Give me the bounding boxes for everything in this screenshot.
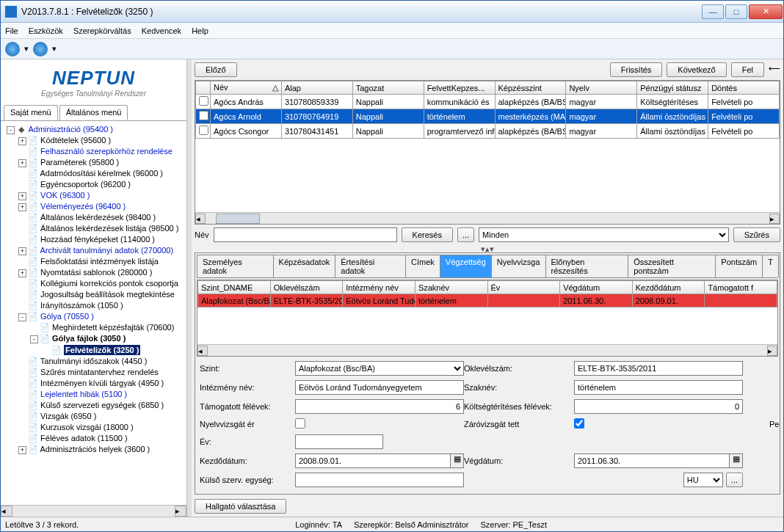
- tree-item[interactable]: 📄 Kurzusok vizsgái (18000 ): [2, 422, 185, 433]
- tree-item[interactable]: 📄 Általános lekérdezések (98400 ): [2, 212, 185, 223]
- menu-tools[interactable]: Eszközök: [29, 26, 63, 35]
- tree-item[interactable]: +📄 Véleményezés (96400 ): [2, 201, 185, 212]
- detail-tab[interactable]: Személyes adatok: [197, 255, 274, 277]
- tree-item[interactable]: 📄 Hozzáad fényképeket (114000 ): [2, 234, 185, 245]
- detail-tab[interactable]: Címek: [405, 255, 440, 277]
- up-button[interactable]: Fel: [731, 62, 764, 77]
- tree-item[interactable]: 📄 Tanulmányi időszakok (4450 ): [2, 356, 185, 367]
- left-panel: NEPTUN Egységes Tanulmányi Rendszer Sajá…: [1, 59, 187, 517]
- detail-tab[interactable]: Pontszám: [715, 255, 763, 277]
- close-button[interactable]: ✕: [749, 4, 783, 19]
- detail-tab[interactable]: Nyelvvizsga: [491, 255, 546, 277]
- tree-item[interactable]: -📄 Gólya (70550 ): [2, 311, 185, 322]
- veg-input[interactable]: [574, 453, 730, 468]
- lang-select[interactable]: HU: [683, 473, 723, 487]
- search-row: Név Keresés ... Minden Szűrés: [195, 227, 780, 242]
- search-dots-button[interactable]: ...: [457, 227, 474, 242]
- minimize-button[interactable]: —: [702, 4, 724, 19]
- tree-item[interactable]: -📄 Gólya fájlok (3050 ): [2, 333, 185, 344]
- kulso-input[interactable]: [295, 473, 464, 487]
- detail-tab[interactable]: Képzésadatok: [273, 255, 336, 277]
- zarovizsgat-checkbox[interactable]: [574, 418, 584, 429]
- oklevel-input[interactable]: [574, 361, 743, 376]
- nav-back-dropdown[interactable]: ▾: [24, 44, 29, 54]
- tree-item[interactable]: 📄 Irányítószámok (1050 ): [2, 300, 185, 311]
- next-button[interactable]: Következő: [667, 62, 726, 77]
- pin-icon[interactable]: ⟵: [769, 64, 780, 76]
- menu-help[interactable]: Help: [192, 26, 208, 35]
- nav-forward-button[interactable]: [33, 42, 48, 57]
- tab-own-menu[interactable]: Saját menü: [4, 105, 58, 120]
- nyelvvizsgat-checkbox[interactable]: [295, 418, 305, 429]
- tree-item[interactable]: 📄 Kollégiumi korrekciós pontok csoportja: [2, 278, 185, 289]
- calendar-icon[interactable]: ▦: [730, 453, 743, 468]
- detail-grid[interactable]: Szint_DNAMEOklevélszámIntézmény névSzakn…: [197, 280, 778, 357]
- search-input[interactable]: [214, 227, 397, 242]
- search-button[interactable]: Keresés: [402, 227, 453, 242]
- main-grid[interactable]: Név △AlapTagozatFelvettKepzes...Képzéssz…: [195, 80, 780, 225]
- menu-rolechange[interactable]: Szerepkörváltás: [73, 26, 131, 35]
- tree-item[interactable]: 📄 Meghirdetett képzésfajták (70600): [2, 322, 185, 333]
- tree-item[interactable]: 📄 Féléves adatok (11500 ): [2, 433, 185, 444]
- tree-item[interactable]: 📄 Felvételizők (3250 ): [2, 344, 185, 356]
- tree-item[interactable]: 📄 Felsőoktatási intézmények listája: [2, 256, 185, 267]
- szaknev-input[interactable]: [574, 380, 743, 395]
- detail-tab[interactable]: Összesített pontszám: [628, 255, 716, 277]
- refresh-button[interactable]: Frissítés: [610, 62, 663, 77]
- select-student-button[interactable]: Hallgató választása: [195, 499, 286, 514]
- tree-item[interactable]: 📄 Jogosultság beállítások megtekintése: [2, 289, 185, 300]
- tree-item[interactable]: +📄 Nyomtatási sablonok (280000 ): [2, 267, 185, 278]
- filter-button[interactable]: Szűrés: [733, 227, 780, 242]
- tree-item[interactable]: 📄 Intézményen kívüli tárgyak (4950 ): [2, 378, 185, 389]
- tree-item[interactable]: 📄 Külső szervezeti egységek (6850 ): [2, 400, 185, 411]
- koltseg-input[interactable]: [574, 399, 743, 414]
- kulso-dots-button[interactable]: ...: [726, 473, 743, 487]
- nav-back-button[interactable]: [5, 42, 20, 57]
- app-window: V2013.7.8.1 : Felvételizők (3250 ) — □ ✕…: [0, 0, 784, 532]
- tree-item[interactable]: +📄 Kódtételek (95600 ): [2, 135, 185, 146]
- prev-button[interactable]: Előző: [195, 62, 237, 77]
- status-server: Szerver: PE_Teszt: [481, 520, 547, 529]
- szint-select[interactable]: Alapfokozat (Bsc/BA): [295, 361, 464, 376]
- intezmeny-input[interactable]: [295, 380, 464, 395]
- maximize-button[interactable]: □: [725, 4, 747, 19]
- zarovizsgat-label: Záróvizsgát tett: [464, 420, 574, 429]
- detail-tab[interactable]: Végzettség: [440, 255, 492, 277]
- menu-favorites[interactable]: Kedvencek: [142, 26, 181, 35]
- tree-item[interactable]: 📄 Általános lekérdezések listája (98500 …: [2, 223, 185, 234]
- menu-file[interactable]: File: [5, 26, 18, 35]
- detail-tab[interactable]: Előnyben részesítés: [545, 255, 629, 277]
- intezmeny-label: Intézmény név:: [200, 383, 295, 392]
- detail-tab[interactable]: Értesítési adatok: [335, 255, 406, 277]
- pedagogusi-label: Pedagógusi: [743, 420, 780, 429]
- tree-item[interactable]: +📄 Paraméterek (95800 ): [2, 157, 185, 168]
- kulso-label: Külső szerv. egység:: [200, 475, 295, 484]
- tree-item[interactable]: 📄 Felhasználó szerepkörhöz rendelése: [2, 146, 185, 157]
- tree-item[interactable]: -◆ Adminisztráció (95400 ): [2, 124, 185, 135]
- tree-hscroll[interactable]: ◂▸: [1, 505, 186, 517]
- detail-tab[interactable]: T: [762, 255, 779, 277]
- tree-item[interactable]: 📄 Egyéncsoportok (96200 ): [2, 179, 185, 190]
- ev-label: Év:: [200, 437, 295, 446]
- tree-item[interactable]: 📄 Szűrés mintatantervhez rendelés: [2, 367, 185, 378]
- oklevel-label: Oklevélszám:: [464, 364, 574, 373]
- tree-item[interactable]: 📄 Vizsgák (6950 ): [2, 411, 185, 422]
- szaknev-label: Szaknév:: [464, 383, 574, 392]
- ev-input[interactable]: [295, 434, 383, 449]
- tree-item[interactable]: +📄 Archivált tanulmányi adatok (270000): [2, 245, 185, 256]
- kezdo-input[interactable]: [295, 453, 451, 468]
- tamogatott-input[interactable]: [295, 399, 464, 414]
- nav-tree[interactable]: -◆ Adminisztráció (95400 )+📄 Kódtételek …: [1, 121, 186, 505]
- filter-select[interactable]: Minden: [479, 227, 729, 242]
- calendar-icon[interactable]: ▦: [451, 453, 464, 468]
- tree-item[interactable]: 📄 Adatmódosítási kérelmek (96000 ): [2, 168, 185, 179]
- tree-item[interactable]: +📄 Adminisztrációs helyek (3600 ): [2, 444, 185, 455]
- tree-item[interactable]: +📄 VOK (96300 ): [2, 190, 185, 201]
- tree-item[interactable]: 📄 Lejelentett hibák (5100 ): [2, 389, 185, 400]
- szint-label: Szint:: [200, 364, 295, 373]
- tab-general-menu[interactable]: Általános menü: [59, 105, 128, 120]
- nav-forward-dropdown[interactable]: ▾: [52, 44, 57, 54]
- nyelvvizsgat-label: Nyelvvizsgát ér: [200, 420, 295, 429]
- window-title: V2013.7.8.1 : Felvételizők (3250 ): [21, 7, 701, 17]
- collapse-handle[interactable]: ▾▴▾: [195, 245, 780, 252]
